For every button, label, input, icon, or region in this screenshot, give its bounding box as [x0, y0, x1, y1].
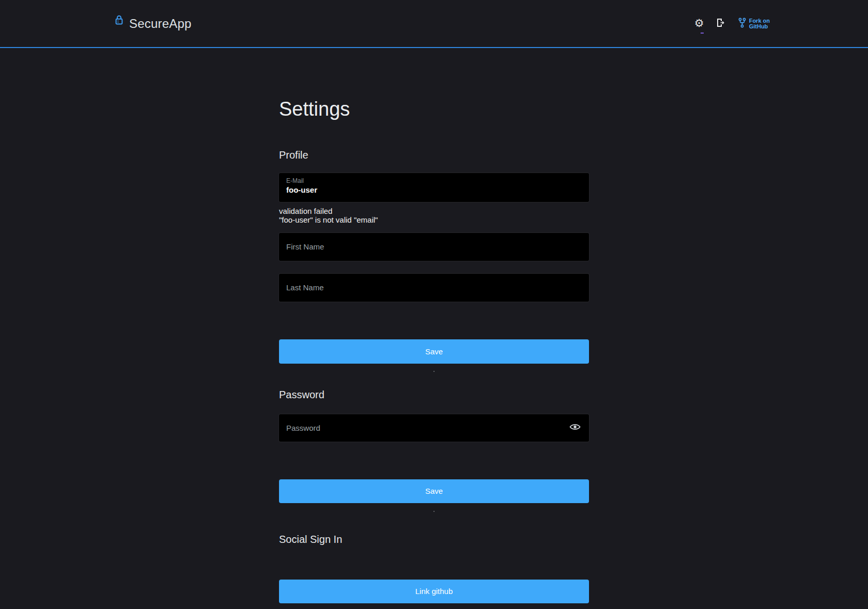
- email-field-label: E-Mail: [286, 177, 582, 184]
- gear-icon: ⚙: [694, 18, 704, 29]
- eye-icon: [569, 423, 581, 433]
- email-input[interactable]: [286, 185, 582, 194]
- git-fork-icon: [738, 18, 746, 30]
- logout-button[interactable]: [714, 17, 726, 30]
- email-validation-error: validation failed "foo-user" is not vali…: [279, 207, 589, 224]
- last-name-input[interactable]: [279, 274, 589, 302]
- header-actions: ⚙ Fork on GitHub: [693, 17, 770, 30]
- loading-dot: [433, 511, 435, 512]
- password-field: [279, 414, 589, 442]
- password-section-heading: Password: [279, 389, 589, 401]
- social-section-heading: Social Sign In: [279, 534, 589, 545]
- password-input[interactable]: [279, 414, 589, 442]
- link-github-button[interactable]: Link github: [279, 580, 589, 603]
- lock-icon: [115, 14, 123, 27]
- profile-save-button[interactable]: Save: [279, 339, 589, 364]
- app-header: SecureApp ⚙: [0, 0, 868, 48]
- loading-dot: [433, 371, 435, 372]
- logout-icon: [715, 18, 725, 29]
- email-field[interactable]: E-Mail: [279, 173, 589, 202]
- password-save-button[interactable]: Save: [279, 479, 589, 503]
- fork-link-label: Fork on GitHub: [749, 18, 770, 29]
- validation-line-2: "foo-user" is not valid "email": [279, 215, 589, 224]
- validation-line-1: validation failed: [279, 207, 589, 215]
- settings-page: Settings Profile E-Mail validation faile…: [279, 48, 589, 603]
- first-name-input[interactable]: [279, 233, 589, 261]
- fork-on-github-link[interactable]: Fork on GitHub: [738, 18, 770, 30]
- gear-badge: [701, 33, 704, 34]
- brand: SecureApp: [115, 17, 192, 31]
- settings-button[interactable]: ⚙: [693, 17, 705, 30]
- app-title: SecureApp: [129, 17, 192, 31]
- profile-section-heading: Profile: [279, 149, 589, 161]
- page-title: Settings: [279, 98, 589, 121]
- toggle-password-visibility-button[interactable]: [569, 423, 581, 433]
